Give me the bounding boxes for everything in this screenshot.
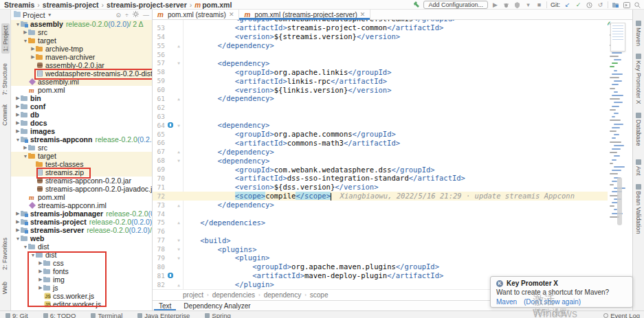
code-line-63[interactable]: 63 [153, 112, 632, 121]
xml-breadcrumb-dependencies[interactable]: dependencies [212, 291, 255, 299]
tree-expander-icon[interactable]: ▶ [15, 128, 21, 134]
tree-item-js[interactable]: ▶js [11, 284, 152, 292]
tree-expander-icon[interactable]: ▶ [15, 219, 21, 225]
collapse-all-icon[interactable]: ÷ [125, 12, 129, 19]
project-panel-title[interactable]: Project [23, 11, 45, 19]
fold-marker-icon[interactable]: ▼ [175, 158, 183, 163]
tree-item-test-classes[interactable]: test-classes [11, 160, 152, 168]
run-anything-icon[interactable] [623, 1, 630, 9]
tree-item-dist[interactable]: ▼dist [11, 251, 152, 259]
tree-item-streamis-appconn-0-2-0-jar[interactable]: streamis-appconn-0.2.0.jar [11, 177, 152, 185]
tree-item-assembly-iml[interactable]: assembly.iml [11, 78, 152, 86]
code-line-53[interactable]: 53 <artifactId>streamis-project-common</… [153, 23, 632, 32]
coverage-icon[interactable] [513, 1, 521, 9]
editor-minimap[interactable]: ✓ [608, 20, 632, 289]
settings-gear-icon[interactable] [133, 11, 139, 19]
code-line-66[interactable]: 66 <artifactId>commons-math3</artifactId… [153, 138, 632, 147]
git-commit-icon[interactable]: ✓ [575, 1, 582, 9]
fold-marker-icon[interactable]: ▲ [175, 96, 183, 101]
hide-panel-icon[interactable]: — [143, 12, 149, 19]
git-update-icon[interactable]: ↙ [564, 1, 571, 9]
tree-expander-icon[interactable]: ▶ [38, 269, 43, 274]
code-line-80[interactable]: 80 <groupId>org.apache.maven.plugins</gr… [153, 262, 632, 271]
code-editor[interactable]: <groupId>com.webank.wedatasphere.streami… [153, 20, 632, 289]
history-icon[interactable] [586, 1, 593, 9]
status-item--todo[interactable]: 6: TODO [43, 312, 76, 318]
tree-item-web[interactable]: ▼web [11, 234, 152, 242]
chevron-down-icon[interactable]: ▼ [47, 12, 52, 17]
code-line-68[interactable]: 68▼ <dependency> [153, 156, 632, 165]
code-line-74[interactable]: 74 [153, 209, 632, 218]
tree-expander-icon[interactable]: ▼ [23, 38, 28, 43]
code-line-73[interactable]: 73▲ </dependency> [153, 201, 632, 209]
debug-icon[interactable] [502, 1, 510, 9]
code-line-70[interactable]: 70 <artifactId>dss-sso-integration-stand… [153, 174, 632, 183]
fold-marker-icon[interactable]: ▲ [175, 220, 183, 225]
xml-breadcrumb-scope[interactable]: scope [310, 291, 329, 299]
tree-item-streamis-jobmanager[interactable]: ▶streamis-jobmanagerrelease-0.2.0 (0.2.0… [11, 209, 152, 218]
tree-expander-icon[interactable]: ▼ [23, 245, 28, 249]
tool-button-commit[interactable]: Commit [1, 104, 8, 126]
tree-expander-icon[interactable]: ▶ [15, 112, 21, 117]
code-line-72[interactable]: 72 <scope>compile</scope> Xiangbiaowu, 2… [153, 192, 632, 201]
code-line-58[interactable]: 58 <groupId>org.apache.linkis</groupId> [153, 67, 632, 76]
tree-item-dist[interactable]: ▼dist [11, 242, 152, 251]
tree-item-streamis-appconn-iml[interactable]: streamis-appconn.iml [11, 201, 152, 209]
tree-item-streamis-zip[interactable]: streamis.zip [11, 168, 152, 177]
tree-item-bin[interactable]: ▶bin [11, 94, 152, 102]
code-line-71[interactable]: 71 <version>${dss.version}</version> [153, 183, 632, 192]
fold-marker-icon[interactable]: ▼ [175, 123, 183, 128]
code-line-60[interactable]: 60 <version>${linkis.version}</version> [153, 85, 632, 94]
rollback-icon[interactable]: ↺ [597, 1, 604, 9]
locate-file-icon[interactable]: ⊙ [116, 12, 122, 19]
profiler-dropdown-icon[interactable]: ▾ [524, 1, 532, 9]
tool-button--favorites[interactable]: 2: Favorites [1, 238, 8, 270]
tool-button-key-promoter-x[interactable]: Key Promoter X [635, 52, 642, 104]
fold-marker-icon[interactable]: ▲ [175, 43, 183, 48]
tree-expander-icon[interactable]: ▼ [15, 22, 21, 27]
tree-item-images[interactable]: ▶images [11, 127, 152, 135]
close-icon[interactable]: ✕ [229, 11, 234, 18]
editor-tab-pom-xml-streamis-project-server-[interactable]: mpom.xml (streamis-project-server)✕ [239, 10, 370, 19]
code-line-61[interactable]: 61▲ </dependency> [153, 94, 632, 103]
code-line-77[interactable]: 77▼ <build> [153, 236, 632, 245]
tree-item-fonts[interactable]: ▶fonts [11, 267, 152, 275]
breadcrumb-item[interactable]: mpom.xml [195, 1, 232, 9]
breadcrumb-item[interactable]: streamis-project [43, 1, 99, 9]
tree-expander-icon[interactable]: ▶ [15, 95, 21, 101]
run-configuration-select[interactable]: Add Configuration... [423, 1, 488, 9]
tree-expander-icon[interactable]: ▶ [38, 260, 43, 266]
fold-marker-icon[interactable]: ▲ [175, 149, 183, 154]
tree-item-src[interactable]: ▶src [11, 144, 152, 152]
status-item-spring[interactable]: Spring [205, 312, 230, 318]
close-icon[interactable]: ✕ [360, 11, 366, 18]
code-line-54[interactable]: 54 <version>${streamis.version}</version… [153, 32, 632, 41]
code-line-55[interactable]: 55▲ </dependency> [153, 41, 632, 50]
tree-expander-icon[interactable]: ▶ [30, 54, 36, 60]
tree-expander-icon[interactable]: ▶ [38, 277, 43, 282]
tree-expander-icon[interactable]: ▶ [15, 120, 21, 126]
tree-expander-icon[interactable]: ▼ [15, 236, 21, 241]
code-line-56[interactable]: 56 [153, 50, 632, 59]
tree-item-streamis-appconn-0-2-0-javadoc-jar[interactable]: streamis-appconn-0.2.0-javadoc.jar [11, 185, 152, 193]
code-line-65[interactable]: 65 <groupId>org.apache.commons</groupId> [153, 130, 632, 139]
tree-expander-icon[interactable]: ▶ [15, 227, 21, 233]
code-line-59[interactable]: 59 <artifactId>linkis-rpc</artifactId> [153, 76, 632, 85]
gutter-maven-icon[interactable] [166, 122, 175, 128]
editor-tab-pom-xml-streamis-[interactable]: mpom.xml (streamis)✕ [153, 10, 239, 19]
code-line-78[interactable]: 78▼ <plugins> [153, 245, 632, 253]
gutter-maven-icon[interactable] [166, 273, 175, 278]
build-hammer-icon[interactable] [412, 1, 420, 9]
breadcrumb-item[interactable]: Streamis [4, 1, 34, 9]
tree-item-db[interactable]: ▶db [11, 111, 152, 119]
tool-button--structure[interactable]: 7: Structure [1, 63, 8, 95]
tool-button-web[interactable]: Web [1, 282, 8, 294]
tree-item-pom-xml[interactable]: mpom.xml [11, 86, 152, 94]
tree-item-assembly[interactable]: ▼assemblyrelease-0.2.0 (0.2.0) / 2 Δ [11, 20, 152, 28]
xml-breadcrumb-dependency[interactable]: dependency [264, 291, 302, 299]
status-item-java-enterprise[interactable]: Java Enterprise [137, 312, 190, 318]
code-line-76[interactable]: 76 [153, 227, 632, 236]
tree-item-archive-tmp[interactable]: ▶archive-tmp [11, 45, 152, 53]
tool-button--project[interactable]: 1: Project [1, 23, 10, 54]
code-line-75[interactable]: 75▲ </dependencies> [153, 218, 632, 227]
